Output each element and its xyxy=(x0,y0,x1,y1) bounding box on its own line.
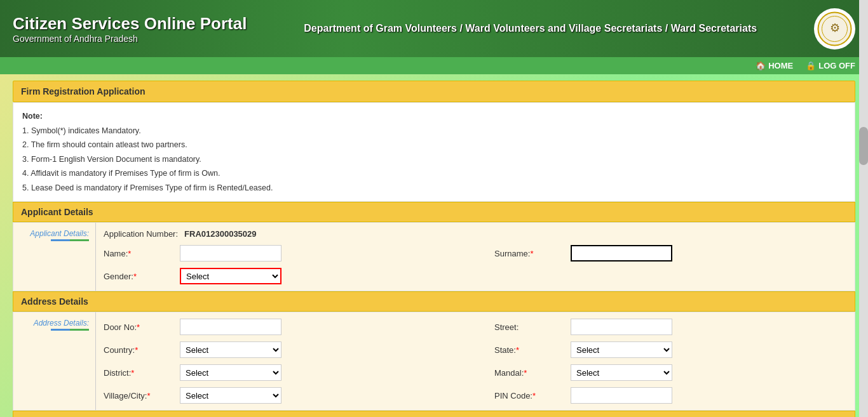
gender-label: Gender:* xyxy=(104,272,173,281)
village-pin-row: Village/City:* Select PIN Code:* xyxy=(104,387,847,404)
applicant-details-row: Applicant Details: Application Number: F… xyxy=(13,223,855,291)
mandal-item: Mandal:* Select xyxy=(494,364,847,381)
applicant-fields: Application Number: FRA012300035029 Name… xyxy=(96,223,855,291)
door-street-row: Door No:* Street: xyxy=(104,319,847,335)
lock-icon: 🔒 xyxy=(806,61,816,70)
name-label: Name:* xyxy=(104,249,173,258)
door-item: Door No:* xyxy=(104,319,456,335)
address-sidebar: Address Details: xyxy=(13,312,96,410)
addr-underline-green xyxy=(70,329,89,331)
navbar: 🏠 HOME 🔒 LOG OFF xyxy=(0,57,868,74)
app-number-row: Application Number: FRA012300035029 xyxy=(104,229,847,239)
addr-underline-blue xyxy=(51,329,70,331)
address-details-row: Address Details: Door No:* Str xyxy=(13,312,855,410)
village-label: Village/City:* xyxy=(104,391,173,400)
logoff-link[interactable]: 🔒 LOG OFF xyxy=(806,61,855,70)
svg-text:⚙: ⚙ xyxy=(830,22,840,34)
note-4: 4. Affidavit is mandatory if Premises Ty… xyxy=(22,166,846,181)
district-select[interactable]: Select xyxy=(180,364,281,381)
address-sidebar-label: Address Details: xyxy=(34,319,89,328)
surname-item: Surname:* xyxy=(494,245,847,261)
state-item: State:* Select xyxy=(494,341,847,358)
underline-green xyxy=(70,239,89,241)
country-select[interactable]: Select xyxy=(180,341,281,358)
country-item: Country:* Select xyxy=(104,341,456,358)
surname-input[interactable] xyxy=(571,245,672,261)
applicant-sidebar: Applicant Details: xyxy=(13,223,96,291)
underline-blue xyxy=(51,239,70,241)
state-select[interactable]: Select xyxy=(571,341,672,358)
address-underline xyxy=(51,329,89,331)
app-number-value: FRA012300035029 xyxy=(184,229,256,239)
department-name: Department of Gram Volunteers / Ward Vol… xyxy=(247,23,814,34)
contact-section-header: Contact Details xyxy=(13,411,855,417)
name-item: Name:* xyxy=(104,245,456,261)
note-1: 1. Symbol(*) indicates Mandatory. xyxy=(22,124,846,138)
applicant-details-form: Applicant Details: Application Number: F… xyxy=(13,222,855,291)
surname-label: Surname:* xyxy=(494,249,564,258)
note-5: 5. Lease Deed is mandatory if Premises T… xyxy=(22,181,846,195)
street-input[interactable] xyxy=(571,319,672,335)
main-content: Firm Registration Application Note: 1. S… xyxy=(0,74,868,417)
mandal-select[interactable]: Select xyxy=(571,364,672,381)
street-label: Street: xyxy=(494,322,564,332)
country-state-row: Country:* Select State:* Select xyxy=(104,341,847,358)
gender-row: Gender:* Select Male Female Other xyxy=(104,268,847,284)
applicant-underline xyxy=(51,239,89,241)
pin-label: PIN Code:* xyxy=(494,391,564,400)
door-label: Door No:* xyxy=(104,322,173,332)
village-select[interactable]: Select xyxy=(180,387,281,404)
notes-title: Note: xyxy=(22,109,846,124)
applicant-section-header: Applicant Details xyxy=(13,202,855,222)
header: Citizen Services Online Portal Governmen… xyxy=(0,0,868,57)
name-surname-row: Name:* Surname:* xyxy=(104,245,847,261)
village-item: Village/City:* Select xyxy=(104,387,456,404)
note-3: 3. Form-1 English Version Document is ma… xyxy=(22,152,846,167)
scrollbar[interactable] xyxy=(859,0,868,417)
district-item: District:* Select xyxy=(104,364,456,381)
pin-input[interactable] xyxy=(571,387,672,404)
home-icon: 🏠 xyxy=(756,61,766,70)
address-details-form: Address Details: Door No:* Str xyxy=(13,312,855,411)
door-input[interactable] xyxy=(180,319,281,335)
mandal-label: Mandal:* xyxy=(494,368,564,378)
portal-title: Citizen Services Online Portal xyxy=(13,14,247,34)
page-title: Firm Registration Application xyxy=(13,81,855,102)
scrollbar-thumb[interactable] xyxy=(859,127,868,165)
app-number-label: Application Number: xyxy=(104,229,178,239)
home-link[interactable]: 🏠 HOME xyxy=(756,61,793,70)
district-mandal-row: District:* Select Mandal:* Select xyxy=(104,364,847,381)
govt-logo: ⚙ xyxy=(814,8,855,50)
notes-box: Note: 1. Symbol(*) indicates Mandatory. … xyxy=(13,102,855,202)
name-input[interactable] xyxy=(180,245,281,261)
address-fields: Door No:* Street: Country:* xyxy=(96,312,855,410)
state-label: State:* xyxy=(494,345,564,355)
address-section-header: Address Details xyxy=(13,291,855,312)
district-label: District:* xyxy=(104,368,173,378)
note-2: 2. The firm should contain atleast two p… xyxy=(22,138,846,152)
country-label: Country:* xyxy=(104,345,173,355)
portal-subtitle: Government of Andhra Pradesh xyxy=(13,34,247,44)
header-left: Citizen Services Online Portal Governmen… xyxy=(13,14,247,44)
applicant-sidebar-label: Applicant Details: xyxy=(30,229,89,238)
street-item: Street: xyxy=(494,319,847,335)
pin-item: PIN Code:* xyxy=(494,387,847,404)
gender-select[interactable]: Select Male Female Other xyxy=(180,268,281,284)
